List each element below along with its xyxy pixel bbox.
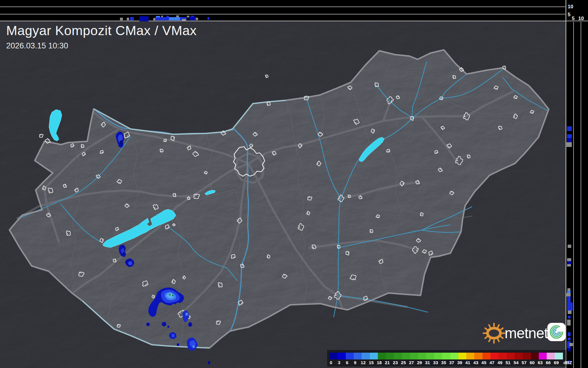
echo-cell xyxy=(177,344,179,346)
colorbar-swatch xyxy=(523,353,531,359)
colorbar-swatch xyxy=(354,353,362,359)
colorbar-tick-label: 18 xyxy=(377,360,382,365)
cross-section-echo-mark xyxy=(139,16,149,21)
cross-section-echo-mark xyxy=(567,261,571,264)
top-axis-label-10: 10 xyxy=(568,4,573,9)
echo-blob xyxy=(172,295,174,296)
cross-section-echo-mark xyxy=(568,310,571,314)
colorbar-swatch xyxy=(547,353,555,359)
cross-section-echo-mark xyxy=(567,291,571,293)
colorbar-tick-label: 21 xyxy=(385,360,390,365)
cross-section-echo-mark xyxy=(567,258,571,261)
cross-section-echo-mark xyxy=(127,18,129,20)
echo-cell xyxy=(167,326,169,328)
colorbar-tick-label: 25 xyxy=(401,360,406,365)
cross-section-echo-mark xyxy=(182,19,186,21)
colorbar-tick-label: 63 xyxy=(538,360,543,365)
cross-section-echo-mark xyxy=(567,138,572,142)
echo-blob xyxy=(169,294,171,296)
colorbar-tick-label: 33 xyxy=(433,360,438,365)
title-block: Magyar Kompozit CMax / VMax 2026.03.15 1… xyxy=(6,23,197,50)
colorbar-swatch xyxy=(555,353,563,359)
colorbar-swatch xyxy=(426,353,434,359)
cross-section-echo-mark xyxy=(196,18,198,20)
colorbar-swatch xyxy=(418,353,426,359)
colorbar-tick-label: 29 xyxy=(417,360,422,365)
cross-section-echo-mark xyxy=(155,17,169,20)
colorbar-swatch xyxy=(474,353,482,359)
cross-section-echo-mark xyxy=(567,320,571,326)
colorbar-swatch xyxy=(507,353,515,359)
colorbar-tick-label: 43 xyxy=(473,360,478,365)
colorbar-swatch xyxy=(386,353,394,359)
colorbar-tick-label: 45 xyxy=(481,360,486,365)
colorbar-tick-label: 69 xyxy=(554,360,559,365)
colorbar-swatch xyxy=(337,353,346,359)
cross-section-echo-mark xyxy=(566,293,571,297)
metnet-wordmark: metnet xyxy=(505,325,548,342)
cross-section-echo-mark xyxy=(568,332,571,336)
cross-section-echo-mark xyxy=(167,16,169,17)
cross-section-echo-mark xyxy=(569,343,573,346)
cross-section-echo-mark xyxy=(568,245,571,248)
colorbar-swatch xyxy=(378,353,386,359)
cross-section-echo-mark xyxy=(566,142,572,147)
colorbar-tick-label: 3 xyxy=(338,360,340,365)
colorbar-tick-label: 41 xyxy=(465,360,470,365)
sun-icon xyxy=(482,322,506,344)
colorbar-swatch xyxy=(466,353,475,359)
top-cross-section-strip xyxy=(0,0,588,21)
colorbar-tick-label: 49 xyxy=(498,360,503,365)
colorbar-tick-label: 57 xyxy=(522,360,527,365)
colorbar-tick-label: 54 xyxy=(514,360,519,365)
metnet-logo: metnet xyxy=(482,322,566,344)
colorbar-swatch xyxy=(346,353,354,359)
timestamp: 2026.03.15 10:30 xyxy=(6,41,197,50)
cross-section-echo-mark xyxy=(568,316,571,318)
colorbar-tick-label: 6 xyxy=(346,360,348,365)
cross-section-echo-mark xyxy=(567,126,572,131)
radar-viewer: 10 5 5 10 Magyar Kompozit CMax / VMax 20… xyxy=(0,0,588,368)
colorbar-tick-label: 39 xyxy=(457,360,462,365)
top-axis-label-5: 5 xyxy=(568,12,570,17)
colorbar-tick-label: 9 xyxy=(354,360,356,365)
page-title: Magyar Kompozit CMax / VMax xyxy=(6,23,197,38)
colorbar-tick-label: 12 xyxy=(361,360,366,365)
cross-section-echo-mark xyxy=(567,134,572,138)
colorbar-swatch xyxy=(394,353,402,359)
colorbar-swatch xyxy=(539,353,547,359)
cross-section-echo-mark xyxy=(130,17,134,20)
colorbar-swatch xyxy=(515,353,523,359)
colorbar-swatch xyxy=(458,353,467,359)
colorbar-swatch xyxy=(531,353,539,359)
cross-section-echo-mark xyxy=(567,288,570,291)
colorbar-swatch xyxy=(450,353,459,359)
colorbar-tick-label: 51 xyxy=(505,360,510,365)
right-axis-label-10: 10 xyxy=(578,16,584,21)
colorbar-swatch xyxy=(482,353,491,359)
cross-section-echo-mark xyxy=(567,264,571,266)
spiral-icon xyxy=(547,323,566,341)
cross-section-echo-mark xyxy=(156,16,160,17)
cross-section-echo-mark xyxy=(187,16,189,17)
colorbar-tick-label: 37 xyxy=(449,360,454,365)
metnet-app-icon xyxy=(547,323,566,341)
colorbar-swatch xyxy=(442,353,450,359)
cross-section-echo-mark xyxy=(161,16,163,17)
colorbar-swatch xyxy=(410,353,418,359)
cross-section-echo-mark xyxy=(176,15,179,17)
colorbar-swatch xyxy=(434,353,442,359)
radar-map-canvas: 10 5 5 10 xyxy=(0,0,588,368)
cross-section-echo-mark xyxy=(207,17,209,20)
cross-section-echo-mark xyxy=(120,18,123,20)
cross-section-echo-mark xyxy=(169,17,180,20)
colorbar-unit-label: dBZ xyxy=(564,360,572,365)
colorbar-swatch xyxy=(370,353,378,359)
cross-section-echo-mark xyxy=(191,16,194,17)
cross-section-echo-mark xyxy=(190,17,196,20)
colorbar-tick-label: 60 xyxy=(530,360,535,365)
colorbar-tick-label: 15 xyxy=(369,360,374,365)
colorbar-tick-label: 23 xyxy=(393,360,398,365)
echo-cell xyxy=(121,129,123,130)
colorbar-swatch xyxy=(362,353,370,359)
